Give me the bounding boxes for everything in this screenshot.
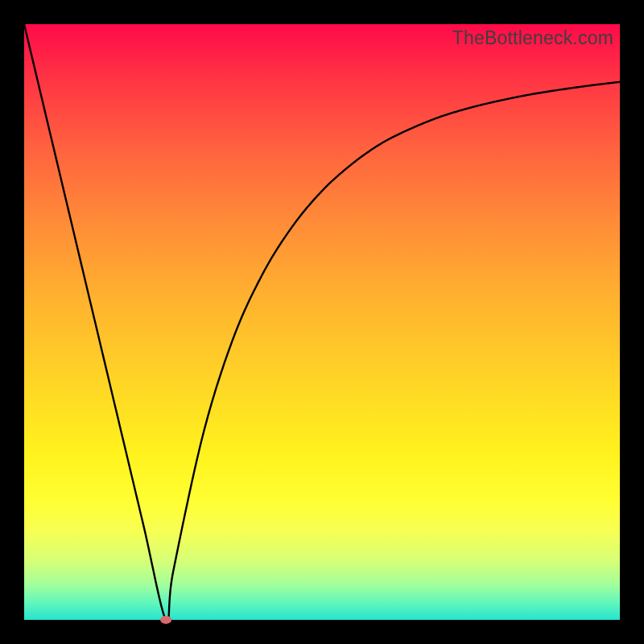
chart-frame: TheBottleneck.com: [0, 0, 644, 644]
selected-point-marker: [160, 616, 171, 624]
plot-area: TheBottleneck.com: [24, 24, 620, 620]
bottleneck-curve-line: [24, 24, 620, 621]
curve-svg: [24, 24, 620, 620]
